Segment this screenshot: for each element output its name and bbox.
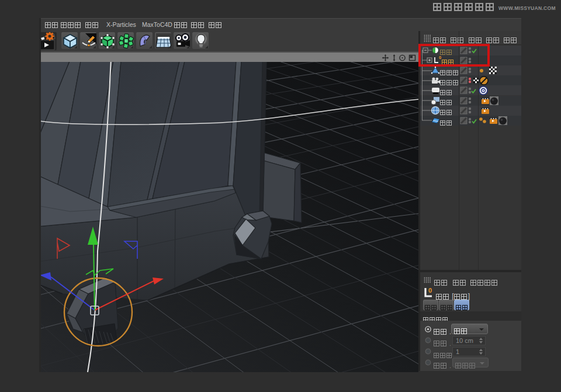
svg-text:0: 0 [428, 287, 432, 294]
